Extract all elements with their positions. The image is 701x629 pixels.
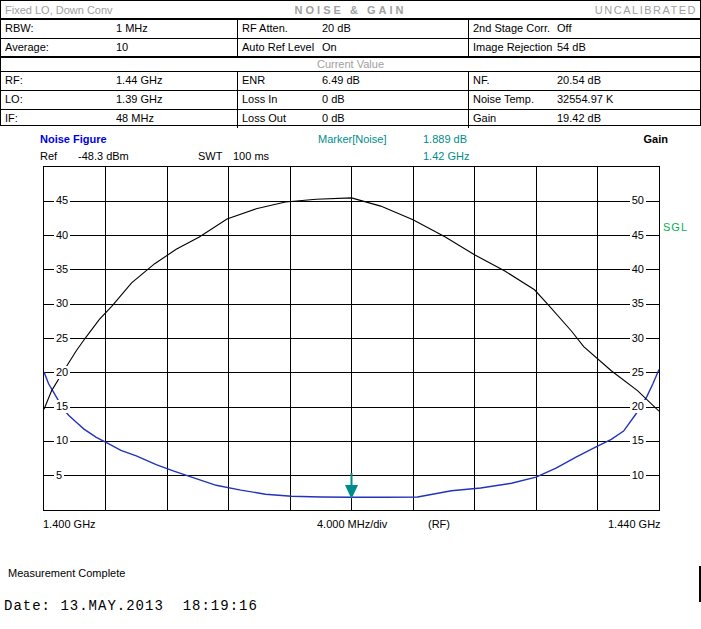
right-axis-tick-label: 15 <box>630 434 646 447</box>
average-cell: Average: 10 <box>1 39 237 57</box>
loss-in-cell: Loss In 0 dB <box>237 91 468 109</box>
swt-label: SWT <box>198 150 222 162</box>
left-axis-tick-label: 10 <box>54 434 70 447</box>
left-axis-tick-label: 15 <box>54 400 70 413</box>
ref-label: Ref <box>40 150 57 162</box>
if-value: 48 MHz <box>116 112 154 124</box>
marker-name-label: Marker[Noise] <box>318 133 386 145</box>
gain-label: Gain <box>473 112 496 124</box>
second-stage-corr-cell: 2nd Stage Corr. Off <box>468 20 700 38</box>
marker-stem <box>351 473 353 485</box>
plot-canvas <box>44 167 659 510</box>
enr-value: 6.49 dB <box>322 74 360 86</box>
x-axis-stop-label: 1.440 GHz <box>608 518 661 530</box>
nf-cell: NF. 20.54 dB <box>468 72 700 90</box>
gain-value: 19.42 dB <box>557 112 601 124</box>
measurement-graph: 45403530252015105504540353025201510 <box>43 166 660 511</box>
lo-label: LO: <box>5 93 23 105</box>
rf-cell: RF: 1.44 GHz <box>1 72 237 90</box>
marker-value-label: 1.889 dB <box>423 133 467 145</box>
loss-out-label: Loss Out <box>242 112 286 124</box>
single-sweep-indicator: SGL <box>663 221 688 233</box>
loss-out-value: 0 dB <box>322 112 345 124</box>
auto-ref-level-cell: Auto Ref Level On <box>237 39 468 57</box>
trace2-name-label: Gain <box>560 133 668 145</box>
x-axis-name-label: (RF) <box>428 518 450 530</box>
left-axis-tick-label: 25 <box>54 332 70 345</box>
measurement-status-text: Measurement Complete <box>8 567 125 579</box>
enr-label: ENR <box>242 74 265 86</box>
rbw-value: 1 MHz <box>116 22 148 34</box>
rbw-cell: RBW: 1 MHz <box>1 20 237 38</box>
noise-temp-label: Noise Temp. <box>473 93 534 105</box>
right-axis-tick-label: 10 <box>630 469 646 482</box>
uncalibrated-status-badge: UNCALIBRATED <box>595 4 697 16</box>
rf-atten-value: 20 dB <box>322 22 351 34</box>
current-value-row: LO: 1.39 GHz Loss In 0 dB Noise Temp. 32… <box>1 90 700 109</box>
left-axis-tick-label: 30 <box>54 297 70 310</box>
left-axis-tick-label: 20 <box>54 366 70 379</box>
noise-temp-cell: Noise Temp. 32554.97 K <box>468 91 700 109</box>
if-cell: IF: 48 MHz <box>1 110 237 128</box>
second-stage-corr-label: 2nd Stage Corr. <box>473 22 550 34</box>
rf-atten-label: RF Atten. <box>242 22 288 34</box>
second-stage-corr-value: Off <box>557 22 571 34</box>
right-axis-tick-label: 30 <box>630 332 646 345</box>
rf-value: 1.44 GHz <box>116 74 162 86</box>
nf-label: NF. <box>473 74 490 86</box>
left-axis-tick-label: 40 <box>54 229 70 242</box>
right-axis-tick-label: 50 <box>630 194 646 207</box>
image-rejection-label: Image Rejection <box>473 41 553 53</box>
average-value: 10 <box>116 41 128 53</box>
auto-ref-level-label: Auto Ref Level <box>242 41 314 53</box>
enr-cell: ENR 6.49 dB <box>237 72 468 90</box>
current-value-row: IF: 48 MHz Loss Out 0 dB Gain 19.42 dB <box>1 109 700 128</box>
right-axis-tick-label: 20 <box>630 400 646 413</box>
noise-gain-measurement-screen: Fixed LO, Down Conv NOISE & GAIN UNCALIB… <box>0 0 701 629</box>
left-axis-tick-label: 5 <box>54 469 64 482</box>
rf-label: RF: <box>5 74 23 86</box>
swt-value: 100 ms <box>233 150 269 162</box>
rf-atten-cell: RF Atten. 20 dB <box>237 20 468 38</box>
right-axis-tick-label: 45 <box>630 229 646 242</box>
average-label: Average: <box>5 41 49 53</box>
right-axis-tick-label: 25 <box>630 366 646 379</box>
ref-value: -48.3 dBm <box>78 150 129 162</box>
loss-in-label: Loss In <box>242 93 277 105</box>
settings-table: RBW: 1 MHz RF Atten. 20 dB 2nd Stage Cor… <box>0 19 701 57</box>
current-value-title: Current Value <box>1 58 700 71</box>
date-time-stamp: Date: 13.MAY.2013 18:19:16 <box>4 598 258 614</box>
auto-ref-level-value: On <box>322 41 337 53</box>
settings-row: Average: 10 Auto Ref Level On Image Reje… <box>1 38 700 57</box>
current-value-table: Current Value RF: 1.44 GHz ENR 6.49 dB N… <box>0 57 701 126</box>
image-rejection-value: 54 dB <box>557 41 586 53</box>
trace1-name-label: Noise Figure <box>40 133 107 145</box>
left-axis-tick-label: 45 <box>54 194 70 207</box>
right-axis-tick-label: 35 <box>630 297 646 310</box>
rbw-label: RBW: <box>5 22 34 34</box>
image-rejection-cell: Image Rejection 54 dB <box>468 39 700 57</box>
if-label: IF: <box>5 112 18 124</box>
gain-cell: Gain 19.42 dB <box>468 110 700 128</box>
lo-cell: LO: 1.39 GHz <box>1 91 237 109</box>
lo-value: 1.39 GHz <box>116 93 162 105</box>
right-axis-tick-label: 40 <box>630 263 646 276</box>
settings-row: RBW: 1 MHz RF Atten. 20 dB 2nd Stage Cor… <box>1 20 700 38</box>
loss-in-value: 0 dB <box>322 93 345 105</box>
left-axis-tick-label: 35 <box>54 263 70 276</box>
header-bar: Fixed LO, Down Conv NOISE & GAIN UNCALIB… <box>0 0 701 19</box>
current-value-row: RF: 1.44 GHz ENR 6.49 dB NF. 20.54 dB <box>1 71 700 90</box>
nf-value: 20.54 dB <box>557 74 601 86</box>
x-axis-div-label: 4.000 MHz/div <box>317 518 387 530</box>
loss-out-cell: Loss Out 0 dB <box>237 110 468 128</box>
noise-temp-value: 32554.97 K <box>557 93 613 105</box>
x-axis-start-label: 1.400 GHz <box>43 518 96 530</box>
marker-frequency-label: 1.42 GHz <box>423 150 469 162</box>
